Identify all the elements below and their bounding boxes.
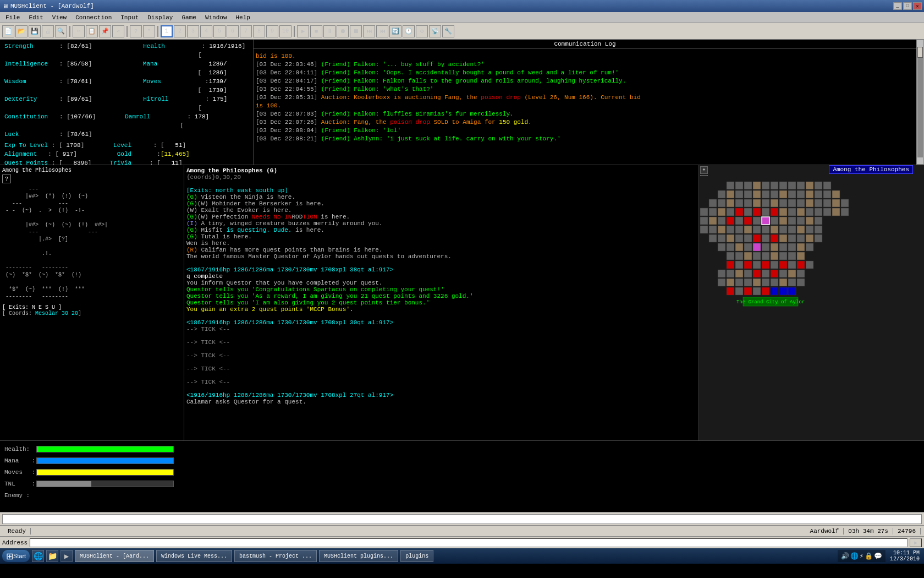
menu-display[interactable]: Display — [143, 13, 177, 22]
toolbar-wizard[interactable]: * — [143, 25, 155, 37]
tab-1[interactable]: 1 — [161, 25, 173, 37]
tray-icon-1[interactable]: 🔊 — [841, 552, 849, 560]
svg-rect-78 — [735, 226, 743, 233]
taskbar: ⊞ Start 🌐 📁 ▶ MUSHclient - [Aard... Wind… — [0, 548, 924, 564]
svg-rect-117 — [771, 252, 778, 260]
minimize-button[interactable]: _ — [893, 2, 902, 10]
tab-8[interactable]: 8 — [253, 25, 265, 37]
tab-5[interactable]: 5 — [213, 25, 226, 37]
address-input[interactable] — [30, 538, 908, 547]
tab-2[interactable]: 2 — [174, 25, 186, 37]
menu-view[interactable]: View — [48, 13, 71, 22]
toolbar-paste[interactable]: 📌 — [99, 25, 111, 37]
svg-rect-152 — [735, 287, 743, 295]
taskbar-winlive-mess[interactable]: Windows Live Mess... — [156, 550, 232, 562]
tab-3[interactable]: 3 — [187, 25, 199, 37]
tray-icon-4[interactable]: 🔒 — [865, 552, 873, 560]
taskbar-bastmush[interactable]: bastmush - Project ... — [234, 550, 317, 562]
tab-10[interactable]: 10 — [279, 25, 292, 37]
tab-7[interactable]: 7 — [240, 25, 252, 37]
svg-rect-111 — [806, 243, 813, 251]
status-time: 03h 34m 27s — [844, 528, 893, 535]
close-button[interactable]: ✕ — [913, 2, 922, 10]
tab-9[interactable]: 9 — [266, 25, 278, 37]
map-zoom-in[interactable]: + — [700, 166, 708, 174]
address-go-button[interactable]: ▶ — [910, 538, 922, 547]
scroll-down-arrow[interactable]: ▼ — [919, 159, 922, 163]
stat-dex-val: 89/61 — [70, 95, 89, 103]
svg-rect-64 — [735, 217, 743, 225]
menu-file[interactable]: File — [1, 13, 24, 22]
taskbar-mushplugins[interactable]: MUSHclient plugins... — [319, 550, 398, 562]
toolbar-connect[interactable]: ▶ — [297, 25, 309, 37]
toolbar-print[interactable]: 🖨 — [42, 25, 54, 37]
gauge-enemy-label: Enemy : — [4, 492, 32, 499]
room-coords: {coords}0,30,20 — [186, 174, 696, 181]
toolbar-cmd6[interactable]: 🔄 — [389, 25, 402, 37]
svg-rect-105 — [753, 243, 761, 251]
stat-row-dex: Dexterity : [ 89/61 ] Hitroll : [ 175] — [4, 95, 249, 112]
toolbar-cmd10[interactable]: 🔧 — [442, 25, 454, 37]
toolbar-preview[interactable]: 🔍 — [55, 25, 67, 37]
taskbar-icon-folder[interactable]: 📁 — [46, 550, 58, 562]
toolbar-cmd7[interactable]: 🕐 — [403, 25, 415, 37]
tray-icon-5[interactable]: 💬 — [874, 552, 882, 560]
toolbar-cmd4[interactable]: ⏭ — [363, 25, 375, 37]
title-bar-controls[interactable]: _ □ ✕ — [893, 2, 922, 10]
ascii-map-content: --- |##> (*) (!) (~) --- --- - - (~) . >… — [2, 186, 182, 300]
menu-connection[interactable]: Connection — [71, 13, 116, 22]
status-bar: Ready Aardwolf 03h 34m 27s 24796 — [0, 525, 924, 536]
toolbar-copy[interactable]: 📋 — [86, 25, 98, 37]
ascii-map-title: Among the Philosophes — [2, 167, 182, 173]
toolbar-open[interactable]: 📂 — [15, 25, 28, 37]
maximize-button[interactable]: □ — [903, 2, 912, 10]
tab-6[interactable]: 6 — [227, 25, 239, 37]
toolbar-cut[interactable]: ✂ — [73, 25, 85, 37]
svg-rect-140 — [797, 270, 805, 277]
toolbar-cmd9[interactable]: 📡 — [429, 25, 441, 37]
taskbar-mushclient[interactable]: MUSHclient - [Aard... — [75, 550, 154, 562]
stat-moves-cur: 1730/ 1730] — [209, 77, 249, 95]
menu-window[interactable]: Window — [201, 13, 232, 22]
resp-mccp: You gain an extra 2 quest points 'MCCP B… — [186, 306, 696, 313]
toolbar-cmd3[interactable]: ⏹ — [350, 25, 362, 37]
comm-log-scrollbar[interactable]: ▲ ▼ — [916, 40, 924, 165]
svg-rect-134 — [744, 270, 752, 277]
tick-1: --> TICK <-- — [186, 326, 696, 332]
toolbar-cmd5[interactable]: ⏮ — [376, 25, 388, 37]
command-input[interactable] — [2, 514, 922, 524]
toolbar-disconnect[interactable]: ■ — [310, 25, 322, 37]
start-button[interactable]: ⊞ Start — [2, 550, 30, 562]
toolbar-save[interactable]: 💾 — [29, 25, 41, 37]
svg-rect-15 — [735, 190, 743, 198]
svg-rect-79 — [744, 226, 752, 233]
exits-line: [Exits: north east south up] — [186, 187, 696, 194]
svg-rect-136 — [762, 270, 769, 277]
tray-icon-2[interactable]: 🌐 — [850, 552, 859, 560]
toolbar-cmd1[interactable]: ⏸ — [323, 25, 336, 37]
svg-rect-94 — [762, 235, 769, 242]
menu-edit[interactable]: Edit — [24, 13, 47, 22]
scroll-thumb[interactable] — [917, 47, 923, 58]
menu-input[interactable]: Input — [116, 13, 143, 22]
menu-game[interactable]: Game — [177, 13, 200, 22]
menu-help[interactable]: Help — [231, 13, 254, 22]
toolbar-cmd2[interactable]: ⏺ — [337, 25, 349, 37]
svg-rect-106 — [762, 243, 769, 251]
toolbar-help[interactable]: ? — [130, 25, 142, 37]
svg-rect-20 — [779, 190, 787, 198]
tab-4[interactable]: 4 — [200, 25, 212, 37]
taskbar-icon-ie[interactable]: 🌐 — [32, 550, 44, 562]
toolbar-cmd8[interactable]: ⚙ — [416, 25, 428, 37]
scroll-up-arrow[interactable]: ▲ — [919, 41, 922, 46]
toolbar-new[interactable]: 📄 — [2, 25, 14, 37]
scroll-track[interactable] — [917, 47, 923, 157]
tray-icon-3[interactable]: ⚡ — [860, 552, 864, 560]
toolbar-undo[interactable]: ↶ — [112, 25, 124, 37]
log-line-1: [03 Dec 22:03:46] (Friend) Falkon: '... … — [256, 61, 914, 69]
input-area[interactable] — [0, 512, 924, 525]
taskbar-plugins[interactable]: plugins — [400, 550, 433, 562]
svg-rect-122 — [735, 261, 743, 269]
status-ready: Ready — [3, 528, 31, 535]
taskbar-icon-media[interactable]: ▶ — [61, 550, 73, 562]
